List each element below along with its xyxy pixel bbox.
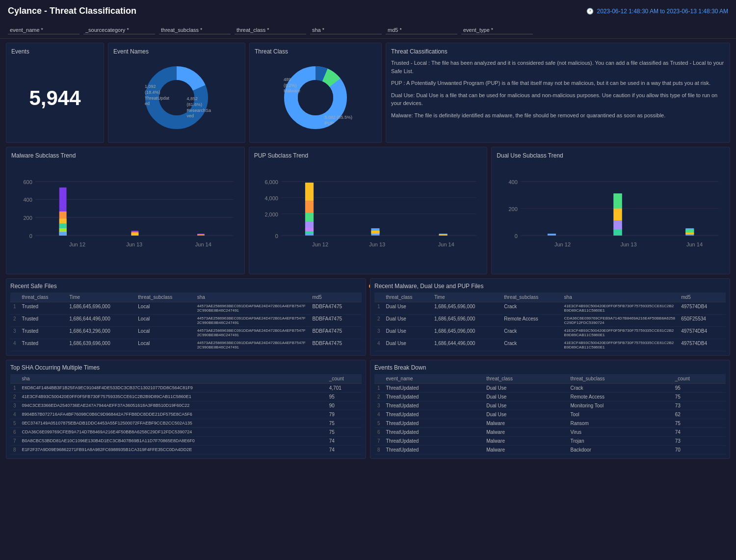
svg-rect-64 [614, 230, 622, 236]
table-row: 1 Dual Use 1,686,645,696,000 Crack 41E3C… [374, 302, 726, 315]
table-row: 1 Trusted 1,686,645,696,000 Local 44573A… [10, 302, 362, 315]
col-count: _count [326, 374, 362, 384]
col-sha: sha [561, 293, 679, 302]
dual-use-trend-chart: 400 200 0 Jun 12 Jun 13 Jun 14 [497, 162, 725, 279]
events-panel: Events 5,944 [6, 43, 104, 143]
count-cell: 75 [672, 393, 726, 401]
event-name-cell: ThreatUpdated [383, 384, 484, 393]
threat-class-cell: Dual Use [383, 302, 431, 315]
svg-text:Jun 13: Jun 13 [126, 241, 142, 247]
trusted-desc: Trusted - Local : The file has been anal… [391, 59, 725, 75]
col-threat-class: threat_class [483, 374, 567, 384]
donut-label-pup: 5,082 (85.5%)PUP [324, 115, 352, 126]
svg-rect-46 [305, 231, 314, 234]
filter-event-type[interactable] [461, 26, 533, 34]
time-cell: 1,686,639,696,000 [66, 339, 135, 351]
filter-sha[interactable] [310, 26, 382, 34]
table-row: 5 ThreatUpdated Malware Ransom 75 [374, 419, 726, 428]
filter-threat-class[interactable] [235, 26, 306, 34]
row-num: 1 [374, 302, 383, 315]
sha-cell: 41E3CF4B93C500420E0FF0F5FB730F75759335CC… [561, 339, 679, 351]
time-cell: 1,686,643,296,000 [66, 327, 135, 339]
subclass-cell: Monitoring Tool [567, 401, 672, 410]
table-row: 4 8904B57B072716AFA4BF76098C0B6C9D968442… [10, 410, 362, 419]
svg-text:Jun 13: Jun 13 [369, 241, 385, 247]
event-name-cell: ThreatUpdated [383, 410, 484, 419]
md5-cell: 497574DB4 [678, 339, 726, 351]
svg-rect-43 [305, 213, 314, 221]
svg-text:400: 400 [509, 179, 518, 185]
md5-cell: BDBFA47475 [309, 302, 362, 315]
count-cell: 79 [326, 410, 362, 419]
row-num: 4 [374, 410, 383, 419]
svg-rect-50 [439, 234, 447, 235]
threat-class-cell: Trusted [19, 327, 67, 339]
threat-class-cell: Trusted [19, 302, 67, 315]
threat-class-cell: Malware [483, 437, 567, 446]
top-sha-table: sha _count 1 E6D8C4F1484BB3F1B25FA9EC910… [10, 374, 362, 454]
svg-text:0: 0 [275, 233, 278, 239]
donut-label-threatupdated: 1,092(18.4%)ThreatUpdated [145, 84, 169, 107]
row-num: 3 [374, 401, 383, 410]
col-sha: sha [194, 293, 310, 302]
threat-class-cell: Dual Use [483, 410, 567, 419]
svg-rect-48 [371, 231, 379, 234]
svg-text:600: 600 [23, 179, 32, 185]
row-num: 3 [10, 327, 19, 339]
pup-trend-panel: PUP Subclass Trend 6,000 4,000 2,000 0 J… [249, 147, 488, 274]
pup-trend-title: PUP Subclass Trend [254, 152, 482, 159]
threat-class-cell: Dual Use [483, 384, 567, 393]
date-range: 🕐 2023-06-12 1:48:30 AM to 2023-06-13 1:… [586, 8, 728, 15]
subclass-cell: Remote Access [501, 315, 561, 327]
row-num: 3 [10, 401, 19, 410]
time-cell: 1,686,645,696,000 [66, 302, 135, 315]
event-name-cell: ThreatUpdated [383, 419, 484, 428]
filter-md5[interactable] [386, 26, 457, 34]
svg-text:Jun 14: Jun 14 [438, 241, 454, 247]
md5-cell: BDBFA47475 [309, 315, 362, 327]
row-num: 2 [10, 393, 19, 401]
row-num: 8 [10, 446, 19, 454]
svg-text:200: 200 [509, 206, 518, 212]
table-row: 4 ThreatUpdated Dual Use Tool 62 [374, 410, 726, 419]
threat-class-cell: Dual Use [483, 393, 567, 401]
recent-safe-title: Recent Safe Files [10, 283, 362, 290]
header: Cylance - Threat Classification 🕐 2023-0… [0, 0, 736, 22]
event-name-cell: ThreatUpdated [383, 393, 484, 401]
table-row: 1 ThreatUpdated Dual Use Crack 95 [374, 384, 726, 393]
filter-event-name[interactable] [8, 26, 79, 34]
pup-trend-chart: 6,000 4,000 2,000 0 Jun 12 Jun 13 Jun 14 [254, 162, 482, 279]
filter-threat-subclass[interactable] [159, 26, 231, 34]
events-breakdown-title: Events Break Down [374, 364, 726, 371]
table-row: 7 ThreatUpdated Malware Trojan 73 [374, 437, 726, 446]
threat-class-cell: Dual Use [383, 315, 431, 327]
time-cell: 1,686,644,496,000 [66, 315, 135, 327]
dual-use-desc: Dual Use: Dual Use is a file that can be… [391, 91, 725, 107]
svg-text:Jun 14: Jun 14 [686, 241, 703, 247]
count-cell: 75 [326, 419, 362, 428]
sha-cell: 44573AE2586963BEC091DDAF9AE24D472B01A4EF… [194, 327, 310, 339]
row-num: 3 [374, 327, 383, 339]
row-num: 2 [374, 315, 383, 327]
count-cell: 70 [672, 446, 726, 454]
sha-cell: E1F2F37A9D09E96862271FB91A8A982FC6988935… [19, 446, 326, 454]
table-row: 2 41E3CF4B93C500420E0FF0F5FB730F75759335… [10, 393, 362, 401]
count-cell: 75 [326, 428, 362, 437]
sha-cell: CDA36C6E099769CFEB9A714D7B8469A216E4F50B… [19, 428, 326, 437]
recent-malware-title: Recent Malware, Dual Use and PUP Files [374, 283, 726, 290]
bottom-row: Top SHA Occurring Multiple Times sha _co… [6, 360, 730, 459]
table-row: 1 E6D8C4F1484BB3F1B25FA9EC91048F4DE533DC… [10, 384, 362, 393]
threat-class-cell: Trusted [19, 315, 67, 327]
sha-cell: 0EC3747149A05107875EBADB1DDC4453A55F1250… [19, 419, 326, 428]
subclass-cell: Local [135, 315, 194, 327]
row-num: 4 [10, 339, 19, 351]
sha-cell: 41E3CF4B93C500420E0FF0F5FB730F75759335CC… [19, 393, 326, 401]
md5-cell: 497574DB4 [678, 327, 726, 339]
threat-class-cell: Malware [483, 419, 567, 428]
event-name-cell: ThreatUpdated [383, 428, 484, 437]
threat-class-cell: Malware [483, 428, 567, 437]
threat-class-donut: 489(8.2%)Malware 5,082 (85.5%)PUP [255, 59, 376, 137]
row-num: 1 [10, 302, 19, 315]
filter-sourcecategory[interactable] [83, 26, 155, 34]
sha-cell: CDA36C6E099769CFEB9A714D7B8469A216E4F50B… [561, 315, 679, 327]
